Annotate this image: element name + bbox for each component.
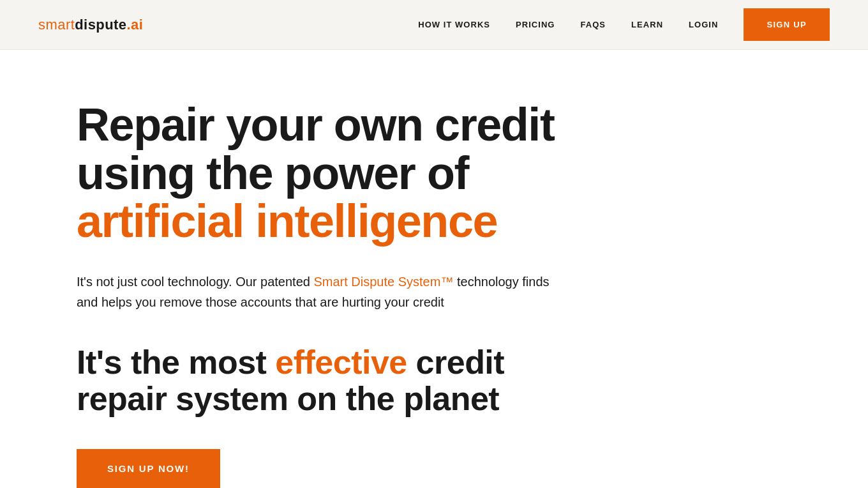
main-headline: Repair your own credit using the power o… — [77, 101, 562, 246]
headline-highlight: artificial intelligence — [77, 195, 497, 247]
hero-subtitle: It's not just cool technology. Our paten… — [77, 271, 562, 312]
second-headline: It's the most effective credit repair sy… — [77, 344, 562, 417]
nav-pricing[interactable]: PRICING — [516, 20, 555, 29]
headline-part1: Repair your own credit using the power o… — [77, 99, 554, 199]
logo-smart: smart — [38, 17, 75, 33]
subtitle-part1: It's not just cool technology. Our paten… — [77, 275, 313, 289]
second-headline-highlight: effective — [275, 344, 407, 381]
nav-learn[interactable]: LEARN — [631, 20, 663, 29]
cta-signup-button[interactable]: SIGN UP NOW! — [77, 449, 220, 488]
logo[interactable]: smartdispute.ai — [38, 17, 143, 33]
nav-login[interactable]: LOGIN — [689, 20, 718, 29]
nav-faqs[interactable]: FAQS — [581, 20, 606, 29]
nav-signup-button[interactable]: SIGN UP — [744, 8, 830, 41]
second-headline-part1: It's the most — [77, 344, 275, 381]
hero-section: Repair your own credit using the power o… — [0, 50, 638, 488]
subtitle-link: Smart Dispute System™ — [313, 275, 453, 289]
logo-ai: .ai — [127, 17, 144, 33]
main-nav: HOW IT WORKS PRICING FAQS LEARN LOGIN SI… — [418, 8, 830, 41]
logo-dispute: dispute — [75, 17, 126, 33]
nav-how-it-works[interactable]: HOW IT WORKS — [418, 20, 490, 29]
site-header: smartdispute.ai HOW IT WORKS PRICING FAQ… — [0, 0, 868, 50]
